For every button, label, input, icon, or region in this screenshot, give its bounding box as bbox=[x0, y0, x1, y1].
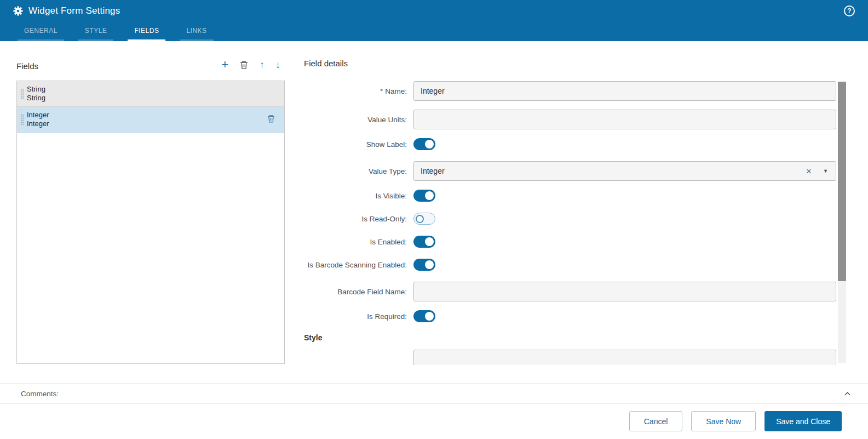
is-barcode-scanning-toggle[interactable] bbox=[413, 259, 435, 271]
barcode-field-name-input[interactable] bbox=[413, 282, 836, 301]
is-required-toggle[interactable] bbox=[413, 310, 435, 322]
value-type-label: Value Type: bbox=[304, 167, 413, 175]
gear-icon bbox=[13, 6, 23, 16]
is-barcode-scanning-label: Is Barcode Scanning Enabled: bbox=[304, 261, 413, 269]
scrollbar-thumb[interactable] bbox=[838, 82, 846, 281]
value-units-input[interactable] bbox=[413, 110, 836, 129]
move-field-up-button[interactable]: ↑ bbox=[260, 60, 265, 70]
comments-bar: Comments: bbox=[0, 384, 868, 403]
fields-list: String String Integer Integer bbox=[16, 81, 285, 364]
is-enabled-row: Is Enabled: bbox=[304, 236, 836, 248]
drag-handle-icon[interactable] bbox=[20, 88, 24, 99]
delete-field-button[interactable] bbox=[239, 60, 249, 70]
is-enabled-toggle[interactable] bbox=[413, 236, 435, 248]
delete-item-button[interactable] bbox=[267, 115, 275, 125]
style-first-row-clipped bbox=[304, 350, 836, 365]
is-visible-row: Is Visible: bbox=[304, 190, 836, 202]
field-item-line1: Integer bbox=[27, 111, 277, 119]
show-label-label: Show Label: bbox=[304, 140, 413, 149]
chevron-up-icon bbox=[843, 390, 852, 398]
save-now-button[interactable]: Save Now bbox=[691, 411, 756, 431]
fields-panel-title: Fields bbox=[16, 61, 38, 71]
fields-panel: Fields + ↑ ↓ String String bbox=[16, 59, 285, 384]
move-field-down-button[interactable]: ↓ bbox=[275, 60, 280, 70]
barcode-field-name-label: Barcode Field Name: bbox=[304, 288, 413, 296]
fields-panel-header: Fields + ↑ ↓ bbox=[16, 59, 285, 71]
is-visible-toggle[interactable] bbox=[413, 190, 435, 202]
name-label: *Name: bbox=[304, 87, 413, 95]
toggle-knob bbox=[425, 140, 434, 149]
list-item-string[interactable]: String String bbox=[17, 81, 284, 107]
toggle-knob bbox=[425, 260, 434, 269]
list-item-integer[interactable]: Integer Integer bbox=[17, 107, 284, 133]
tab-general[interactable]: GENERAL bbox=[18, 22, 64, 41]
toggle-knob bbox=[425, 237, 434, 246]
tab-links[interactable]: LINKS bbox=[180, 22, 213, 41]
value-type-row: Value Type: Integer × ▼ bbox=[304, 161, 836, 181]
arrow-up-icon: ↑ bbox=[260, 60, 265, 70]
required-marker: * bbox=[380, 87, 383, 95]
help-icon[interactable]: ? bbox=[844, 5, 855, 16]
toggle-knob bbox=[425, 191, 434, 200]
fields-toolbar: + ↑ ↓ bbox=[221, 59, 285, 71]
field-details-form: *Name: Value Units: Show Label: Value Ty… bbox=[304, 81, 836, 365]
style-first-input[interactable] bbox=[413, 350, 836, 365]
name-row: *Name: bbox=[304, 81, 836, 101]
clear-icon[interactable]: × bbox=[806, 167, 812, 176]
comments-label: Comments: bbox=[21, 390, 59, 398]
name-input[interactable] bbox=[413, 81, 836, 101]
is-read-only-label: Is Read-Only: bbox=[304, 215, 413, 223]
trash-icon bbox=[239, 60, 249, 70]
field-details-panel: Field details *Name: Value Units: Show L… bbox=[304, 59, 846, 384]
plus-icon: + bbox=[221, 59, 228, 71]
widget-form-settings-dialog: Widget Form Settings ? GENERAL STYLE FIE… bbox=[0, 0, 868, 439]
collapse-comments-button[interactable] bbox=[843, 390, 852, 398]
vertical-scrollbar[interactable] bbox=[838, 82, 846, 363]
dialog-footer: Cancel Save Now Save and Close bbox=[0, 403, 868, 439]
is-required-row: Is Required: bbox=[304, 310, 836, 322]
style-section-heading: Style bbox=[304, 333, 836, 342]
value-type-selected-value: Integer bbox=[421, 167, 445, 175]
main-content: Fields + ↑ ↓ String String bbox=[0, 41, 868, 384]
tab-style[interactable]: STYLE bbox=[78, 22, 114, 41]
cancel-button[interactable]: Cancel bbox=[629, 411, 683, 431]
is-enabled-label: Is Enabled: bbox=[304, 238, 413, 246]
tab-fields[interactable]: FIELDS bbox=[128, 22, 165, 41]
toggle-knob bbox=[425, 312, 434, 321]
is-visible-label: Is Visible: bbox=[304, 192, 413, 200]
arrow-down-icon: ↓ bbox=[275, 60, 280, 70]
chevron-down-icon[interactable]: ▼ bbox=[823, 168, 828, 174]
trash-icon bbox=[267, 115, 275, 123]
dialog-header: Widget Form Settings ? GENERAL STYLE FIE… bbox=[0, 0, 868, 41]
show-label-toggle[interactable] bbox=[413, 138, 435, 150]
field-item-line1: String bbox=[27, 85, 277, 94]
is-read-only-toggle[interactable] bbox=[413, 213, 435, 225]
show-label-row: Show Label: bbox=[304, 138, 836, 150]
title-row: Widget Form Settings ? bbox=[0, 0, 868, 22]
value-type-select[interactable]: Integer × ▼ bbox=[413, 161, 836, 181]
field-item-line2: String bbox=[27, 94, 277, 102]
field-details-title: Field details bbox=[304, 59, 836, 68]
barcode-field-name-row: Barcode Field Name: bbox=[304, 282, 836, 301]
page-title: Widget Form Settings bbox=[28, 5, 120, 16]
value-units-label: Value Units: bbox=[304, 116, 413, 124]
toggle-knob bbox=[416, 215, 424, 223]
save-and-close-button[interactable]: Save and Close bbox=[764, 411, 842, 431]
add-field-button[interactable]: + bbox=[221, 59, 228, 71]
is-required-label: Is Required: bbox=[304, 312, 413, 321]
value-units-row: Value Units: bbox=[304, 110, 836, 129]
is-read-only-row: Is Read-Only: bbox=[304, 213, 836, 225]
tab-bar: GENERAL STYLE FIELDS LINKS bbox=[0, 22, 868, 41]
drag-handle-icon[interactable] bbox=[20, 114, 24, 125]
field-item-line2: Integer bbox=[27, 119, 277, 128]
is-barcode-scanning-row: Is Barcode Scanning Enabled: bbox=[304, 259, 836, 271]
